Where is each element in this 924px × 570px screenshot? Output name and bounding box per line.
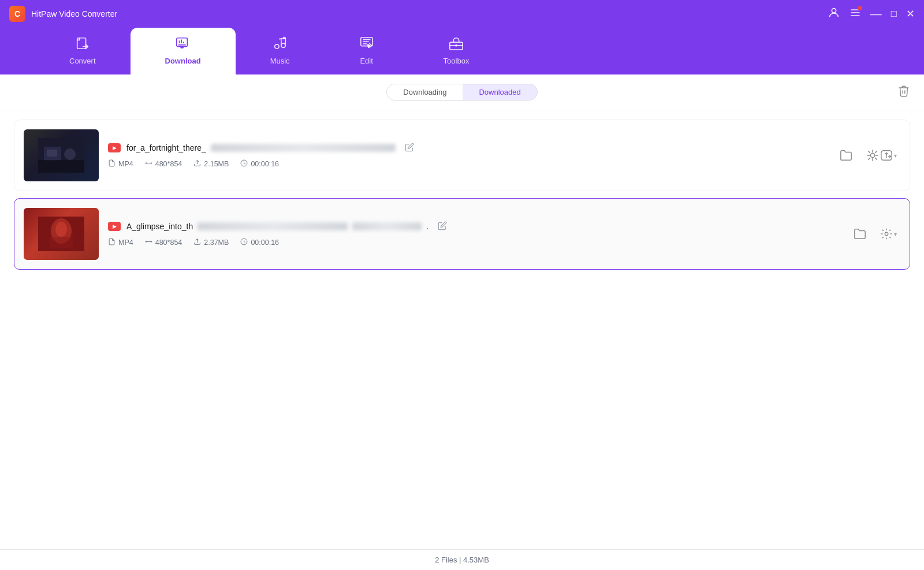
- app-title: HitPaw Video Converter: [31, 9, 828, 18]
- profile-button[interactable]: [828, 6, 840, 21]
- svg-point-24: [870, 153, 874, 157]
- blurred-title-2: [198, 222, 348, 230]
- file-actions-2: ▾: [850, 224, 900, 244]
- trash-button[interactable]: [897, 84, 910, 100]
- svg-point-18: [64, 148, 76, 160]
- tab-edit[interactable]: Edit: [325, 28, 409, 74]
- subtab-downloaded[interactable]: Downloaded: [463, 84, 536, 100]
- size-icon: [193, 159, 201, 169]
- resolution-icon: [145, 159, 152, 169]
- app-logo: C: [9, 6, 25, 22]
- svg-rect-19: [38, 160, 84, 173]
- open-folder-button-2[interactable]: [850, 224, 870, 244]
- status-bar: 2 Files | 4.53MB: [0, 549, 924, 570]
- meta-format: MP4: [108, 159, 133, 169]
- dropdown-arrow: ▾: [894, 152, 897, 159]
- file-title-row: for_a_fortnight_there_: [108, 143, 827, 154]
- maximize-button[interactable]: □: [891, 8, 897, 20]
- subtab-downloading[interactable]: Downloading: [387, 84, 463, 100]
- file-title-row: A_glimpse_into_th .: [108, 221, 841, 232]
- file-item: A_glimpse_into_th .: [14, 198, 910, 270]
- meta-duration: 00:00:16: [240, 159, 279, 169]
- youtube-icon: [108, 143, 121, 152]
- convert-button-2[interactable]: ▾: [877, 224, 900, 244]
- download-icon: [176, 36, 191, 53]
- title-edit-icon-2[interactable]: [438, 221, 447, 232]
- close-button[interactable]: ✕: [906, 8, 915, 20]
- file-thumbnail: [24, 208, 99, 260]
- thumbnail-image: [38, 138, 84, 173]
- svg-rect-4: [77, 38, 85, 49]
- svg-point-33: [885, 232, 888, 236]
- svg-point-15: [455, 44, 457, 47]
- meta-size: 2.15MB: [193, 159, 229, 169]
- file-icon: [108, 159, 116, 169]
- svg-rect-28: [50, 237, 73, 248]
- file-meta-2: MP4 480*854: [108, 238, 841, 247]
- file-thumbnail: [24, 129, 99, 181]
- tab-toolbox[interactable]: Toolbox: [409, 28, 504, 74]
- size-icon-2: [193, 238, 201, 247]
- tab-convert-label: Convert: [69, 57, 96, 65]
- meta-resolution-2: 480*854: [145, 238, 182, 247]
- file-item: for_a_fortnight_there_: [14, 120, 910, 191]
- title-edit-icon[interactable]: [405, 143, 414, 154]
- minimize-button[interactable]: —: [870, 8, 882, 21]
- tab-download-label: Download: [165, 57, 201, 65]
- svg-point-0: [832, 9, 836, 13]
- resolution-icon-2: [145, 238, 152, 247]
- convert-button[interactable]: ▾: [863, 146, 900, 165]
- file-meta: MP4 480*854: [108, 159, 827, 169]
- toolbox-icon: [449, 36, 464, 53]
- subtab-group: Downloading Downloaded: [386, 84, 537, 100]
- notification-dot: [858, 6, 862, 10]
- file-info: for_a_fortnight_there_: [108, 143, 827, 169]
- meta-format-2: MP4: [108, 238, 133, 247]
- meta-size-2: 2.37MB: [193, 238, 229, 247]
- youtube-icon-2: [108, 222, 121, 231]
- dropdown-arrow-2: ▾: [894, 231, 897, 237]
- svg-point-29: [55, 222, 67, 237]
- open-folder-button[interactable]: [836, 146, 856, 165]
- svg-rect-20: [47, 150, 57, 157]
- blurred-title-3: [352, 222, 422, 230]
- convert-icon: [75, 36, 90, 53]
- music-icon: [273, 36, 288, 53]
- menu-button[interactable]: [850, 7, 861, 21]
- tab-download[interactable]: Download: [131, 28, 236, 74]
- edit-icon: [359, 36, 374, 53]
- tab-edit-label: Edit: [360, 57, 372, 65]
- main-content: Downloading Downloaded: [0, 74, 924, 570]
- tab-toolbox-label: Toolbox: [444, 57, 470, 65]
- file-icon-2: [108, 238, 116, 247]
- subtab-bar: Downloading Downloaded: [0, 74, 924, 110]
- tab-music[interactable]: Music: [236, 28, 325, 74]
- tab-convert[interactable]: Convert: [35, 28, 131, 74]
- meta-resolution: 480*854: [145, 159, 182, 169]
- file-title-2: A_glimpse_into_th .: [126, 221, 447, 232]
- blurred-title: [211, 144, 396, 152]
- clock-icon: [240, 159, 248, 169]
- tab-music-label: Music: [270, 57, 290, 65]
- meta-duration-2: 00:00:16: [240, 238, 279, 247]
- nav-tabs: Convert Download: [0, 28, 924, 74]
- status-text: 2 Files | 4.53MB: [435, 556, 489, 564]
- file-info: A_glimpse_into_th .: [108, 221, 841, 247]
- titlebar: C HitPaw Video Converter — □ ✕: [0, 0, 924, 28]
- file-title: for_a_fortnight_there_: [126, 143, 414, 154]
- window-controls: — □ ✕: [828, 6, 915, 21]
- file-actions: ▾: [836, 146, 900, 165]
- thumbnail-image-2: [38, 217, 84, 251]
- file-list: for_a_fortnight_there_: [0, 110, 924, 549]
- clock-icon-2: [240, 238, 248, 247]
